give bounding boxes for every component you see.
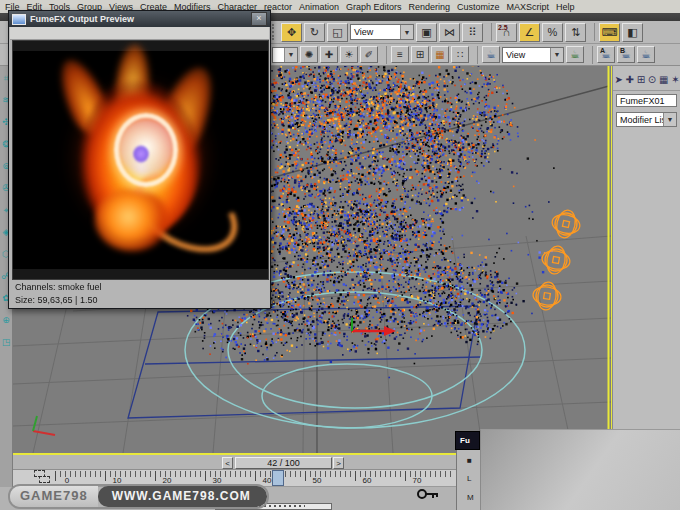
object-name-field[interactable]: FumeFX01 (616, 94, 677, 107)
window-app-icon (12, 14, 26, 25)
menu-animation[interactable]: Animation (299, 2, 339, 12)
select-scale-icon[interactable]: ◱ (327, 23, 348, 42)
render-preset-b-icon[interactable]: B☕ (617, 46, 635, 63)
preview-window-titlebar[interactable]: FumeFX Output Preview × (9, 11, 270, 27)
keyboard-shortcut-override-icon[interactable]: ⌨ (599, 23, 620, 42)
modifier-list-value: Modifier List (620, 115, 669, 125)
flame-lower-blob (95, 189, 169, 251)
tick-label: 50 (313, 476, 322, 485)
letterbox-band (13, 41, 268, 51)
select-move-icon[interactable]: ✥ (281, 23, 302, 42)
fumefx-dialog-edge-strip: ■ L M (456, 450, 480, 510)
time-slider-button[interactable]: 42 / 100 (235, 457, 332, 469)
angle-snap-icon[interactable]: ∠ (519, 23, 540, 42)
left-toolbar-icon[interactable]: ◳ (2, 338, 11, 347)
tab-utilities-icon[interactable]: ✶ (671, 74, 679, 85)
array-icon[interactable]: ⠿ (462, 23, 483, 42)
layers-icon[interactable]: ≡ (391, 46, 409, 63)
modifier-list-dropdown[interactable]: Modifier List ▼ (616, 112, 677, 127)
left-toolbar-icon[interactable]: ⊕ (2, 316, 10, 325)
menu-customize[interactable]: Customize (457, 2, 500, 12)
close-icon[interactable]: × (251, 12, 267, 26)
preview-window-menu-strip[interactable] (10, 27, 269, 40)
snap-mode-label: 2.5 (498, 24, 508, 31)
dropdown-caret-icon[interactable]: ▼ (400, 25, 413, 39)
current-frame-marker[interactable] (272, 470, 284, 486)
toolbar-separator (588, 46, 593, 64)
flame-tongue (114, 43, 153, 113)
tick-label: 40 (263, 476, 272, 485)
dropdown-caret-icon[interactable]: ▼ (663, 113, 676, 126)
selection-filter-dropdown[interactable]: ▼ (272, 47, 298, 63)
sunlight-icon[interactable]: ☀ (340, 46, 358, 63)
command-panel-tabs: ➤ ✚ ⊞ ⊙ ▦ ✶ (613, 68, 680, 91)
render-preset-a-icon[interactable]: A☕ (597, 46, 615, 63)
use-pivot-center-icon[interactable]: ▣ (416, 23, 437, 42)
toolbar-separator (473, 46, 478, 64)
fumefx-dialog-tab[interactable]: Fu (455, 431, 480, 450)
flame-tongue (148, 60, 224, 162)
size-label: Size: 59,63,65 | 1.50 (15, 294, 267, 307)
tab-motion-icon[interactable]: ⊙ (648, 74, 656, 85)
tab-display-icon[interactable]: ▦ (659, 74, 668, 85)
watermark: GAME798 WWW.GAME798.COM (8, 484, 269, 509)
flame-core-ring (114, 113, 178, 187)
tab-modify-icon[interactable]: ✚ (626, 74, 634, 85)
light-icon[interactable]: ✺ (300, 46, 318, 63)
select-rotate-icon[interactable]: ↻ (304, 23, 325, 42)
menu-graph-editors[interactable]: Graph Editors (346, 2, 402, 12)
tick-label: 70 (413, 476, 422, 485)
previous-frame-button[interactable]: < (222, 457, 233, 469)
world-axis-tripod (33, 416, 55, 435)
reference-coordinate-dropdown[interactable]: View ▼ (350, 24, 414, 40)
tab-hierarchy-icon[interactable]: ⊞ (637, 74, 645, 85)
dropdown-caret-icon[interactable]: ▼ (284, 48, 297, 62)
render-preset-c-icon[interactable]: ☕ (637, 46, 655, 63)
dropdown-caret-icon[interactable]: ▼ (550, 48, 563, 62)
curve-editor-icon[interactable]: ⊞ (411, 46, 429, 63)
flame-tongue (50, 53, 117, 142)
select-brush-icon[interactable]: ✐ (360, 46, 378, 63)
next-frame-button[interactable]: > (333, 457, 344, 469)
open-mini-curve-editor-icon[interactable] (34, 470, 50, 484)
edge-char: M (467, 493, 474, 502)
flame-body (71, 73, 209, 243)
menu-maxscript[interactable]: MAXScript (507, 2, 550, 12)
toolbar-separator (590, 23, 595, 41)
tick-label: 60 (363, 476, 372, 485)
spinner-snap-icon[interactable]: ⇅ (565, 23, 586, 42)
schematic-view-icon[interactable]: ▦ (431, 46, 449, 63)
tab-create-icon[interactable]: ➤ (614, 74, 622, 85)
menu-rendering[interactable]: Rendering (409, 2, 451, 12)
fumefx-output-preview-window[interactable]: FumeFX Output Preview × Channels: smoke … (8, 10, 271, 309)
toolbar-separator (487, 23, 492, 41)
fumefx-source-gizmos (531, 207, 582, 311)
fumefx-dialog-body (480, 429, 680, 510)
edge-char: ■ (467, 456, 472, 465)
mirror-icon[interactable]: ⋈ (439, 23, 460, 42)
fire-glow (48, 56, 233, 261)
percent-snap-icon[interactable]: % (542, 23, 563, 42)
watermark-url: WWW.GAME798.COM (98, 486, 267, 507)
toolbar-drag-handle[interactable] (272, 24, 277, 40)
preset-a-label: A (600, 47, 605, 54)
snaps-toggle-icon[interactable]: ∩2.5 (496, 23, 517, 42)
3dsmax-window: File Edit Tools Group Views Create Modif… (0, 0, 680, 510)
watermark-name: GAME798 (10, 486, 98, 507)
percent-snap-label: % (548, 26, 558, 38)
named-selection-icon[interactable]: ◧ (622, 23, 643, 42)
menu-help[interactable]: Help (556, 2, 575, 12)
material-editor-icon[interactable]: ∷ (451, 46, 469, 63)
render-type-dropdown[interactable]: View ▼ (502, 47, 564, 63)
transform-gizmo (352, 318, 396, 336)
flame-hook-tail (121, 155, 251, 268)
quick-render-icon[interactable]: ☕ (566, 46, 584, 63)
set-key-icon[interactable] (416, 486, 440, 503)
reference-coordinate-value: View (354, 27, 373, 37)
preview-info-area: Channels: smoke fuel Size: 59,63,65 | 1.… (12, 281, 267, 307)
render-scene-icon[interactable]: ☕ (482, 46, 500, 63)
edge-char: L (467, 474, 471, 483)
add-cross-icon[interactable]: ✚ (320, 46, 338, 63)
fire-preview-image (12, 40, 269, 280)
channels-label: Channels: smoke fuel (15, 281, 267, 294)
